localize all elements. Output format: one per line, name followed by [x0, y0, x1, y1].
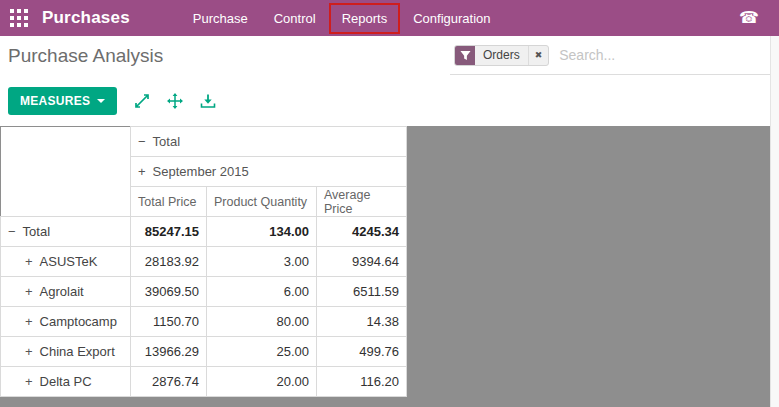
filter-icon: [455, 46, 475, 65]
measure-header-total-price[interactable]: Total Price: [131, 187, 207, 217]
pivot-row-total: −Total 85247.15 134.00 4245.34: [1, 217, 407, 247]
pivot-row-delta-pc: +Delta PC 2876.74 20.00 116.20: [1, 367, 407, 397]
row-header-total[interactable]: −Total: [1, 217, 131, 247]
menu-item-purchase[interactable]: Purchase: [182, 5, 259, 32]
expand-icon: +: [138, 164, 146, 179]
scrollbar-track[interactable]: [770, 36, 779, 407]
row-header-china-export[interactable]: +China Export: [1, 337, 131, 367]
pivot-cell: 2876.74: [131, 367, 207, 397]
page-title: Purchase Analysis: [8, 45, 163, 67]
pivot-cell: 14.38: [317, 307, 407, 337]
app-title: Purchases: [42, 8, 130, 28]
measure-header-product-quantity[interactable]: Product Quantity: [207, 187, 317, 217]
download-icon[interactable]: [200, 93, 216, 109]
pivot-cell: 134.00: [207, 217, 317, 247]
pivot-cell: 28183.92: [131, 247, 207, 277]
row-header-asustek[interactable]: +ASUSTeK: [1, 247, 131, 277]
top-navbar: Purchases Purchase Control Reports Confi…: [0, 0, 779, 36]
pivot-view: −Total +September 2015 Total Price Produ…: [0, 126, 779, 407]
apps-grid-icon[interactable]: [10, 9, 29, 28]
pivot-cell: 9394.64: [317, 247, 407, 277]
collapse-icon: −: [138, 134, 146, 149]
caret-down-icon: [97, 99, 105, 103]
col-group-label: September 2015: [153, 164, 249, 179]
pivot-row-asustek: +ASUSTeK 28183.92 3.00 9394.64: [1, 247, 407, 277]
pivot-cell: 20.00: [207, 367, 317, 397]
pivot-corner-blank: [1, 127, 131, 157]
pivot-table: −Total +September 2015 Total Price Produ…: [0, 126, 407, 397]
facet-label: Orders: [475, 46, 529, 65]
search-facet-orders: Orders ✖: [454, 45, 549, 66]
flip-axis-icon[interactable]: [134, 93, 150, 109]
pivot-cell: 6.00: [207, 277, 317, 307]
topbar-right: ☎: [739, 10, 765, 26]
pivot-row-china-export: +China Export 13966.29 25.00 499.76: [1, 337, 407, 367]
row-header-delta-pc[interactable]: +Delta PC: [1, 367, 131, 397]
pivot-cell: 1150.70: [131, 307, 207, 337]
pivot-cell: 116.20: [317, 367, 407, 397]
measures-button[interactable]: MEASURES: [8, 87, 117, 115]
main-menu: Purchase Control Reports Configuration: [182, 5, 502, 32]
search-input[interactable]: [559, 47, 770, 63]
row-header-agrolait[interactable]: +Agrolait: [1, 277, 131, 307]
col-header-total[interactable]: −Total: [131, 127, 407, 157]
measure-header-average-price[interactable]: Average Price: [317, 187, 407, 217]
pivot-cell: 80.00: [207, 307, 317, 337]
odoo-window: Purchases Purchase Control Reports Confi…: [0, 0, 779, 407]
menu-item-control[interactable]: Control: [263, 5, 327, 32]
row-header-camptocamp[interactable]: +Camptocamp: [1, 307, 131, 337]
pivot-cell: 13966.29: [131, 337, 207, 367]
pivot-cell: 3.00: [207, 247, 317, 277]
control-panel: Purchase Analysis Orders ✖: [0, 36, 779, 75]
pivot-cell: 4245.34: [317, 217, 407, 247]
phone-icon[interactable]: ☎: [739, 10, 759, 26]
menu-item-configuration[interactable]: Configuration: [402, 5, 501, 32]
search-bar: Orders ✖: [450, 36, 770, 75]
pivot-cell: 25.00: [207, 337, 317, 367]
expand-all-icon[interactable]: [167, 93, 183, 109]
menu-item-reports[interactable]: Reports: [331, 5, 399, 32]
col-group-label: Total: [153, 134, 180, 149]
pivot-cell: 85247.15: [131, 217, 207, 247]
pivot-cell: 6511.59: [317, 277, 407, 307]
pivot-cell: 499.76: [317, 337, 407, 367]
pivot-row-agrolait: +Agrolait 39069.50 6.00 6511.59: [1, 277, 407, 307]
pivot-row-camptocamp: +Camptocamp 1150.70 80.00 14.38: [1, 307, 407, 337]
facet-remove-icon[interactable]: ✖: [529, 46, 549, 65]
measures-button-label: MEASURES: [20, 94, 90, 108]
col-header-september-2015[interactable]: +September 2015: [131, 157, 407, 187]
pivot-cell: 39069.50: [131, 277, 207, 307]
pivot-toolbar: MEASURES: [0, 75, 779, 126]
